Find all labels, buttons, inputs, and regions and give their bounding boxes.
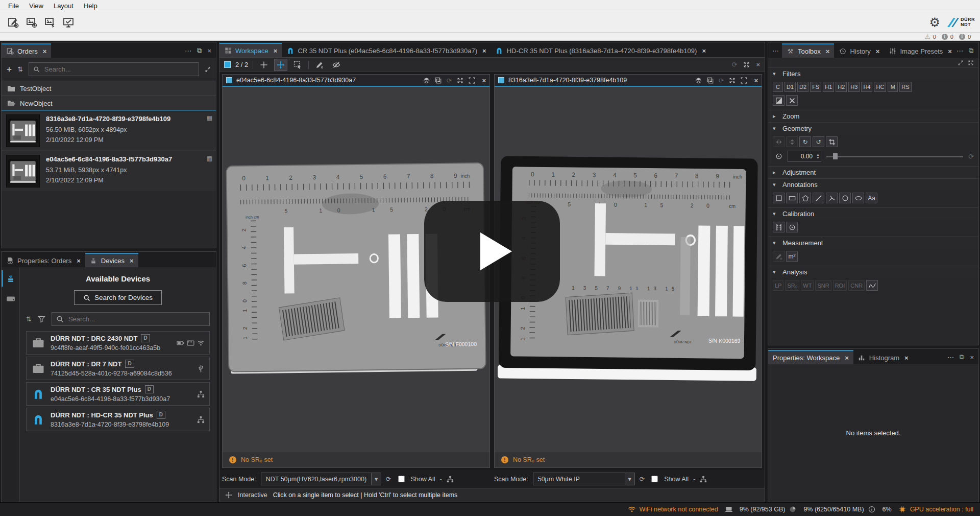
tab-close-icon[interactable]: × [904, 354, 909, 362]
devices-search-input[interactable] [67, 315, 205, 323]
section-calibration[interactable]: ▾ Calibration [768, 207, 978, 220]
rotate-icon[interactable]: ⟳ [719, 77, 724, 84]
analysis-button[interactable]: LP [773, 280, 783, 291]
section-annotations[interactable]: ▾ Annotations [768, 178, 978, 191]
tab-workspace[interactable]: Workspace × [219, 43, 282, 57]
rectangle-annotation-icon[interactable] [786, 193, 798, 203]
slider-knob[interactable] [833, 153, 838, 159]
pan-tool-icon[interactable] [275, 59, 287, 71]
tab-close-icon[interactable]: × [702, 47, 706, 55]
spin-down-icon[interactable]: ▼ [816, 156, 820, 159]
search-for-devices-button[interactable]: Search for Devices [74, 290, 162, 305]
warning-triangle-icon[interactable]: ⚠ [925, 34, 930, 40]
orders-close-icon[interactable]: × [207, 47, 211, 55]
orders-tab-close-icon[interactable]: × [43, 48, 47, 55]
polyline-annotation-icon[interactable] [826, 193, 838, 203]
analysis-button[interactable]: CNR [848, 280, 865, 291]
circle-calibration-icon[interactable] [786, 222, 798, 232]
tab-toolbox[interactable]: ⚒ Toolbox × [782, 43, 834, 58]
refresh-scan-icon[interactable]: ⟳ [386, 475, 391, 483]
flip-vertical-icon[interactable] [786, 136, 798, 147]
refresh-scan-icon[interactable]: ⟳ [640, 475, 645, 483]
ellipse-annotation-icon[interactable] [852, 193, 864, 203]
filter-button[interactable]: HC [874, 82, 886, 92]
remove-icon[interactable]: - [439, 476, 442, 483]
flip-horizontal-icon[interactable] [773, 136, 785, 147]
distance-measure-icon[interactable] [773, 251, 785, 262]
viewer-checkbox[interactable] [226, 77, 232, 83]
filter-button[interactable]: H3 [848, 82, 860, 92]
remove-icon[interactable]: - [693, 476, 695, 483]
menu-view[interactable]: View [24, 1, 48, 11]
properties-popout-icon[interactable]: ⧉ [960, 353, 964, 361]
rail-drive-icon[interactable] [2, 292, 19, 306]
tab-close-icon[interactable]: × [482, 47, 486, 55]
info-circle-icon[interactable]: i [959, 34, 965, 40]
order-grid-icon[interactable]: ▦ [207, 114, 212, 122]
order-item[interactable]: e04ac5e6-6c84-4196-8a33-f577b3d930a7 53.… [2, 151, 216, 191]
filter-button[interactable]: D1 [785, 82, 796, 92]
properties-close-icon[interactable]: × [970, 354, 974, 361]
text-annotation-button[interactable]: Aa [866, 193, 877, 203]
layers-icon[interactable] [695, 77, 702, 84]
tab-devices[interactable]: Devices × [85, 253, 138, 267]
tab-orders[interactable]: Orders × [2, 43, 51, 58]
section-zoom[interactable]: ▸ Zoom [768, 110, 978, 122]
expand-icon[interactable] [729, 77, 736, 84]
filter-button[interactable]: H4 [861, 82, 872, 92]
circle-annotation-icon[interactable] [839, 193, 851, 203]
properties-more-icon[interactable]: ⋯ [947, 354, 954, 361]
expand-icon[interactable] [457, 77, 463, 84]
add-image-icon[interactable] [23, 15, 40, 30]
tab-properties-workspace[interactable]: Properties: Workspace × [768, 350, 853, 364]
device-row[interactable]: DÜRR NDT : HD-CR 35 NDT Plus D 8316a3e8-… [26, 408, 210, 431]
order-grid-icon[interactable]: ▦ [207, 155, 212, 162]
add-order-icon[interactable]: + [7, 65, 12, 74]
select-tool-icon[interactable] [291, 59, 304, 71]
hide-annotations-icon[interactable] [330, 59, 342, 71]
line-annotation-icon[interactable] [813, 193, 824, 203]
fullscreen-icon[interactable] [469, 77, 475, 84]
rotate-icon[interactable]: ⟳ [447, 77, 452, 84]
analysis-button[interactable]: SR₀ [785, 280, 799, 291]
folder-newobject[interactable]: NewObject [2, 96, 216, 110]
section-measurement[interactable]: ▾ Measurement [768, 237, 978, 249]
order-item[interactable]: 8316a3e8-7d1a-4720-8f39-e3798fe4b109 56.… [2, 110, 216, 151]
caliper-calibration-icon[interactable] [773, 222, 785, 232]
wifi-status[interactable]: WiFi network not connected [628, 506, 718, 513]
section-filters[interactable]: ▾ Filters [768, 67, 978, 80]
scan-mode-select[interactable]: 50μm White IP ▾ [533, 473, 635, 485]
tab-cr35[interactable]: CR 35 NDT Plus (e04ac5e6-6c84-4196-8a33-… [282, 43, 491, 57]
sort-devices-icon[interactable]: ⇅ [26, 315, 32, 323]
viewer-checkbox[interactable] [498, 77, 504, 83]
orders-search-input[interactable] [43, 65, 194, 74]
angle-input[interactable]: 0.00 ▲▼ [788, 151, 821, 162]
tab-close-icon[interactable]: × [948, 48, 952, 55]
tab-properties-orders[interactable]: Properties: Orders × [2, 253, 85, 267]
area-measure-button[interactable]: m² [786, 251, 798, 262]
devices-search[interactable] [52, 312, 210, 326]
section-analysis[interactable]: ▾ Analysis [768, 266, 978, 278]
menu-file[interactable]: File [3, 1, 24, 11]
analysis-button[interactable]: WT [801, 280, 814, 291]
scan-mode-select[interactable]: NDT 50μm(HV620,laser6,rpm3000) ▾ [261, 473, 381, 485]
copy-image-icon[interactable] [707, 77, 714, 84]
tab-close-icon[interactable]: × [845, 354, 849, 362]
copy-image-icon[interactable] [435, 77, 442, 84]
filter-button[interactable]: FS [810, 82, 821, 92]
custom-filter-icon[interactable] [773, 95, 785, 106]
analysis-button[interactable]: ROI [833, 280, 847, 291]
layout-select-icon[interactable] [224, 61, 231, 68]
tab-history[interactable]: History × [834, 43, 884, 58]
refresh-icon[interactable]: ⟳ [732, 61, 738, 68]
orders-search[interactable] [29, 62, 199, 76]
section-adjustment[interactable]: ▸ Adjustment [768, 166, 978, 178]
rotate-ccw-icon[interactable]: ↺ [813, 136, 824, 147]
import-image-icon[interactable] [42, 15, 58, 30]
filter-button[interactable]: RS [899, 82, 911, 92]
sort-orders-icon[interactable]: ⇅ [17, 65, 23, 73]
annotate-pen-icon[interactable] [313, 59, 326, 71]
tab-close-icon[interactable]: × [876, 48, 880, 55]
network-share-icon[interactable] [700, 476, 707, 483]
profile-curve-icon[interactable] [866, 280, 878, 291]
